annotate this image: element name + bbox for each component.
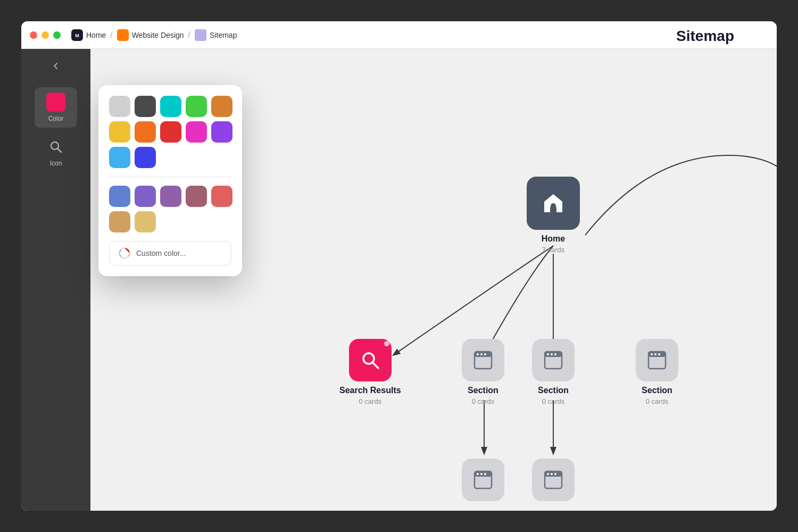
svg-point-29 [477, 473, 479, 475]
node-subsection1[interactable] [462, 459, 504, 501]
search-node-label: Search Results [339, 386, 401, 395]
divider [109, 177, 231, 177]
svg-point-16 [484, 353, 486, 355]
node-subsection2[interactable] [532, 459, 575, 501]
swatch-lightblue[interactable] [109, 147, 130, 168]
color-swatches-row3 [109, 147, 231, 168]
svg-rect-4 [46, 93, 65, 112]
section2-node-label: Section [538, 386, 569, 395]
breadcrumb-home-label: Home [86, 31, 106, 39]
node-search[interactable]: Search Results 0 cards [339, 339, 401, 405]
color-grid-muted [109, 186, 231, 232]
swatch-gold[interactable] [135, 211, 156, 232]
svg-point-14 [477, 353, 479, 355]
color-swatches-row2 [109, 121, 231, 143]
website-breadcrumb-icon [117, 29, 129, 41]
icon-picker-icon [46, 137, 65, 156]
section1-node-icon [462, 339, 504, 381]
svg-point-34 [547, 473, 549, 475]
svg-point-25 [654, 353, 656, 355]
sitemap-breadcrumb-icon [195, 29, 206, 41]
sidebar: Color Icon [21, 49, 90, 511]
color-swatches-row1 [109, 96, 231, 117]
svg-point-20 [551, 353, 553, 355]
section1-node-sublabel: 0 cards [472, 397, 495, 405]
breadcrumb-website-label: Website Design [132, 31, 184, 39]
node-section1[interactable]: Section 0 cards [462, 339, 504, 405]
breadcrumb-sep-1: / [110, 30, 112, 40]
traffic-lights [30, 31, 61, 39]
page-title: Sitemap [676, 28, 734, 45]
breadcrumb: M Home / Website Design / [71, 29, 237, 41]
breadcrumb-website[interactable]: Website Design [117, 29, 184, 41]
color-picker-popup: Custom color... [98, 85, 242, 276]
back-button[interactable] [44, 57, 68, 74]
swatch-brown[interactable] [211, 96, 232, 117]
swatch-orange[interactable] [135, 121, 156, 143]
node-section3[interactable]: Section 0 cards [636, 339, 678, 405]
swatch-dark[interactable] [135, 96, 156, 117]
app-window: M Home / Website Design / [21, 21, 777, 511]
maximize-button[interactable] [53, 31, 61, 39]
section3-node-sublabel: 0 cards [646, 397, 669, 405]
swatch-green[interactable] [186, 96, 207, 117]
breadcrumb-sep-2: / [188, 30, 190, 40]
subsection2-node-icon [532, 459, 575, 501]
home-node-icon [527, 177, 580, 230]
node-home[interactable]: Home 7 cards [527, 177, 580, 254]
sidebar-item-icon[interactable]: Icon [35, 132, 77, 172]
home-breadcrumb-icon: M [71, 29, 83, 41]
svg-point-15 [480, 353, 483, 355]
sidebar-icon-label: Icon [50, 160, 62, 167]
swatch-muted-rose[interactable] [186, 186, 207, 207]
swatch-blue[interactable] [135, 147, 156, 168]
swatch-muted-red[interactable] [211, 186, 232, 207]
swatch-red[interactable] [160, 121, 181, 143]
breadcrumb-sitemap[interactable]: Sitemap [195, 29, 237, 41]
section2-node-icon [532, 339, 575, 381]
svg-point-36 [554, 473, 556, 475]
swatch-tan[interactable] [109, 211, 130, 232]
main-layout: Color Icon [21, 49, 777, 511]
swatch-muted-blue[interactable] [109, 186, 130, 207]
swatch-muted-violet[interactable] [160, 186, 181, 207]
breadcrumb-home[interactable]: M Home [71, 29, 106, 41]
custom-color-button[interactable]: Custom color... [109, 241, 231, 265]
color-wheel-icon [118, 247, 131, 260]
titlebar: M Home / Website Design / [21, 21, 777, 49]
search-node-icon [349, 339, 392, 381]
swatch-cyan[interactable] [160, 96, 181, 117]
svg-text:M: M [75, 33, 79, 38]
sidebar-item-color[interactable]: Color [35, 87, 77, 128]
svg-point-19 [547, 353, 549, 355]
section3-node-label: Section [642, 386, 672, 395]
swatch-yellow[interactable] [109, 121, 130, 143]
svg-point-8 [122, 251, 127, 256]
svg-rect-3 [195, 29, 206, 41]
svg-point-30 [480, 473, 483, 475]
home-node-label: Home [542, 234, 565, 244]
section1-node-label: Section [468, 386, 498, 395]
breadcrumb-sitemap-label: Sitemap [210, 31, 237, 39]
section3-node-icon [636, 339, 678, 381]
subsection1-node-icon [462, 459, 504, 501]
swatch-purple[interactable] [211, 121, 232, 143]
svg-line-6 [57, 148, 61, 152]
sidebar-color-label: Color [48, 115, 64, 122]
swatch-muted-purple[interactable] [135, 186, 156, 207]
svg-point-21 [554, 353, 556, 355]
svg-point-26 [658, 353, 660, 355]
svg-line-11 [372, 362, 378, 368]
svg-point-31 [484, 473, 486, 475]
close-button[interactable] [30, 31, 37, 39]
swatch-gray[interactable] [109, 96, 130, 117]
home-node-sublabel: 7 cards [542, 246, 565, 254]
color-grid-main [109, 96, 231, 168]
node-section2[interactable]: Section 0 cards [532, 339, 575, 405]
swatch-pink[interactable] [186, 121, 207, 143]
svg-rect-2 [117, 29, 129, 41]
section2-node-sublabel: 0 cards [542, 397, 565, 405]
color-icon [46, 93, 65, 112]
color-swatches-row5 [109, 211, 231, 232]
minimize-button[interactable] [41, 31, 49, 39]
